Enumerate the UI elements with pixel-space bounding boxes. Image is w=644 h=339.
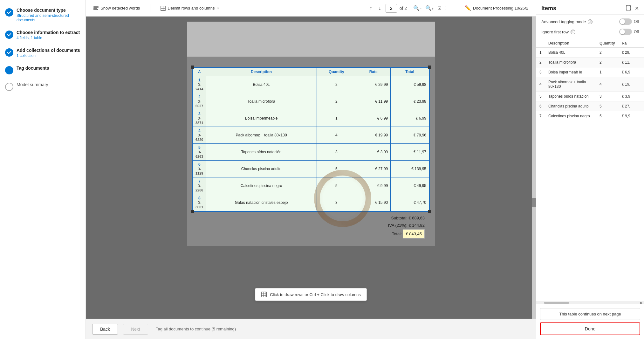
advanced-tagging-info[interactable]: ⓘ [588, 19, 593, 24]
chevron-down-icon [216, 7, 220, 10]
doc-processing-button[interactable]: ✏️ Document Processing 10/26/2 [462, 4, 531, 12]
row-6-qty: 5 [317, 161, 356, 177]
row-8-total: € 47,70 [391, 194, 429, 211]
document-area[interactable]: A Description Quantity Rate Total 1D-241… [86, 17, 536, 319]
bottom-status: Tag all documents to continue (5 remaini… [156, 327, 236, 331]
panel-row-7: 7 Calcetines piscina negro 5 € 9,9 [536, 111, 644, 121]
row-6-num: 6D-1129 [193, 161, 206, 177]
step-3-title: Add collections of documents [17, 48, 80, 53]
step-5-title: Model summary [17, 82, 48, 87]
page-number-input[interactable] [386, 4, 397, 13]
svg-rect-1 [94, 8, 97, 9]
step-choose-info[interactable]: Choose information to extract 4 fields, … [5, 30, 80, 40]
panel-row-2-num: 2 [539, 60, 548, 65]
panel-expand-button[interactable] [626, 5, 631, 12]
delimit-button[interactable]: Delimit rows and columns [158, 4, 222, 12]
row-2-num: 2D-6027 [193, 93, 206, 110]
scrollbar-thumb[interactable] [532, 198, 536, 207]
row-8-rate: € 15,90 [356, 194, 391, 211]
doc-processing-label: Document Processing 10/26/2 [473, 6, 528, 10]
panel-row-2-desc: Toalla microfibra [548, 60, 599, 65]
panel-row-2-rate: € 11, [622, 60, 641, 65]
row-7-total: € 49,95 [391, 177, 429, 194]
separator-2 [457, 4, 457, 12]
panel-col-num [539, 41, 548, 45]
step-done-icon-1 [5, 8, 13, 17]
panel-col-description: Description [548, 41, 599, 45]
panel-row-1: 1 Bolsa 40L 2 € 29, [536, 48, 644, 58]
back-button[interactable]: Back [92, 324, 118, 335]
row-8-qty: 3 [317, 194, 356, 211]
tooltip-text: Click to draw rows or Ctrl + Click to dr… [270, 292, 361, 297]
panel-row-7-desc: Calcetines piscina negro [548, 114, 599, 118]
panel-row-1-qty: 2 [599, 50, 622, 55]
row-1-qty: 2 [317, 76, 356, 93]
row-4-qty: 4 [317, 127, 356, 144]
row-7-num: 7D-2286 [193, 177, 206, 194]
col-header-total: Total [391, 68, 429, 76]
page-down-button[interactable]: ↓ [377, 4, 383, 12]
zoom-out-button[interactable]: 🔍− [412, 4, 423, 12]
advanced-tagging-row: Advanced tagging mode ⓘ Off [541, 18, 639, 25]
panel-horizontal-scrollbar[interactable]: ▶ [536, 301, 644, 304]
show-words-icon [93, 6, 99, 11]
zoom-in-button[interactable]: 🔍+ [424, 4, 435, 12]
row-1-desc: Bolsa 40L [206, 76, 317, 93]
panel-row-6-qty: 5 [599, 104, 622, 108]
panel-row-5-rate: € 3,9 [622, 94, 641, 99]
advanced-tagging-toggle[interactable] [619, 18, 632, 25]
table-row: 8D-3601 Gafas natación cristales espejo … [193, 194, 429, 211]
panel-table-body: 1 Bolsa 40L 2 € 29, 2 Toalla microfibra … [536, 48, 644, 301]
main-content: Show detected words Delimit rows and col… [86, 0, 536, 339]
step-choose-doc-type[interactable]: Choose document type Structured and semi… [5, 8, 80, 22]
done-button[interactable]: Done [540, 322, 640, 335]
full-screen-button[interactable]: ⛶ [444, 4, 452, 12]
table-row: 4D-6220 Pack albornoz + toalla 80x130 4 … [193, 127, 429, 144]
col-header-quantity: Quantity [317, 68, 356, 76]
fit-page-button[interactable]: ⊡ [436, 4, 443, 12]
next-button[interactable]: Next [123, 324, 148, 335]
expand-icon [626, 5, 631, 10]
row-8-num: 8D-3601 [193, 194, 206, 211]
toolbar: Show detected words Delimit rows and col… [86, 0, 536, 17]
ignore-first-row-info[interactable]: ⓘ [571, 30, 575, 34]
row-5-desc: Tapones oídos natación [206, 144, 317, 161]
step-tag-documents[interactable]: Tag documents [5, 66, 80, 74]
row-4-rate: € 19,99 [356, 127, 391, 144]
step-model-summary[interactable]: Model summary [5, 82, 80, 91]
panel-row-3-qty: 1 [599, 70, 622, 74]
sidebar: Choose document type Structured and semi… [0, 0, 86, 339]
row-2-desc: Toalla microfibra [206, 93, 317, 110]
page-navigation: ↑ ↓ of 2 [368, 4, 407, 13]
step-add-collections[interactable]: Add collections of documents 1 collectio… [5, 48, 80, 58]
delimit-icon [161, 6, 166, 11]
panel-row-6-rate: € 27, [622, 104, 641, 108]
continues-button[interactable]: This table continues on next page [540, 308, 640, 320]
bottom-bar: Back Next Tag all documents to continue … [86, 319, 536, 339]
row-8-desc: Gafas natación cristales espejo [206, 194, 317, 211]
row-2-rate: € 11,99 [356, 93, 391, 110]
document-page: A Description Quantity Rate Total 1D-241… [187, 22, 435, 246]
page-up-button[interactable]: ↑ [368, 4, 374, 12]
document-table[interactable]: A Description Quantity Rate Total 1D-241… [192, 67, 430, 212]
ignore-first-row-value: Off [634, 30, 639, 34]
doc-scrollbar[interactable] [532, 17, 536, 319]
panel-row-6: 6 Chanclas piscina adulto 5 € 27, [536, 101, 644, 111]
panel-row-7-qty: 5 [599, 114, 622, 118]
ignore-first-row-toggle[interactable] [619, 29, 632, 35]
panel-hscroll-thumb[interactable] [544, 302, 569, 304]
panel-close-button[interactable]: ✕ [635, 5, 639, 12]
svg-rect-2 [94, 9, 98, 10]
panel-row-5-desc: Tapones oídos natación [548, 94, 599, 99]
panel-row-2: 2 Toalla microfibra 2 € 11, [536, 58, 644, 67]
step-3-content: Add collections of documents 1 collectio… [17, 48, 80, 58]
show-words-button[interactable]: Show detected words [91, 4, 142, 12]
items-table: A Description Quantity Rate Total 1D-241… [193, 67, 429, 211]
separator-1 [150, 4, 150, 12]
panel-row-5: 5 Tapones oídos natación 3 € 3,9 [536, 92, 644, 101]
table-row: 3D-3871 Bolsa impermeable 1 € 6,99 € 6,9… [193, 110, 429, 127]
show-words-label: Show detected words [100, 6, 140, 10]
panel-row-3: 3 Bolsa impermeab le 1 € 6,9 [536, 67, 644, 77]
page-total: of 2 [400, 6, 407, 11]
tooltip-icon [261, 292, 267, 297]
